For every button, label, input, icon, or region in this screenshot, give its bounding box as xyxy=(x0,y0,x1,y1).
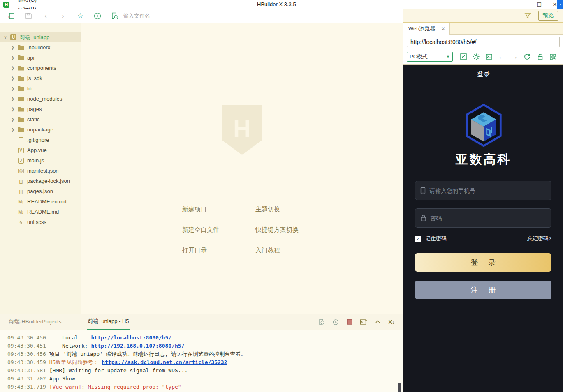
restart-icon[interactable] xyxy=(332,318,339,325)
console-text: 09:43:31.702 xyxy=(7,376,46,382)
preview-tab-button[interactable]: 预览 xyxy=(538,11,558,21)
quick-link-new-blank-file[interactable]: 新建空白文件 xyxy=(182,226,255,234)
new-file-button[interactable] xyxy=(5,10,17,22)
close-button[interactable]: ✕ xyxy=(552,1,557,8)
phone-input[interactable] xyxy=(429,187,536,194)
phone-input-box[interactable] xyxy=(415,181,551,200)
tree-item-folder-node-modules[interactable]: ❯node_modules xyxy=(0,94,81,104)
quick-link-shortcut-scheme-switch[interactable]: 快捷键方案切换 xyxy=(255,226,299,234)
login-button[interactable]: 登 录 xyxy=(415,253,551,272)
run-button[interactable] xyxy=(91,10,104,22)
tree-item-folder-components[interactable]: ❯components xyxy=(0,63,81,73)
md-icon: M↓ xyxy=(17,209,24,215)
tree-item-folder-pages[interactable]: ❯pages xyxy=(0,104,81,114)
device-mode-select[interactable]: PC模式 ▼ xyxy=(407,52,453,62)
save-button[interactable] xyxy=(22,10,35,22)
password-input[interactable] xyxy=(430,215,537,221)
maximize-button[interactable]: ☐ xyxy=(537,1,542,8)
tree-item-project-root[interactable]: ∨U前端_uniapp xyxy=(0,32,81,42)
minimize-button[interactable]: – xyxy=(523,1,526,8)
url-input[interactable] xyxy=(407,37,560,47)
tree-item-file-manifest-json[interactable]: [◎]manifest.json xyxy=(0,166,81,176)
tree-item-folder-static[interactable]: ❯static xyxy=(0,114,81,125)
clear-console-icon[interactable] xyxy=(318,318,325,325)
back-button[interactable]: ‹ xyxy=(39,10,52,22)
chevron-right-icon[interactable]: ❯ xyxy=(11,45,15,50)
console-link[interactable]: http://localhost:8080/h5/ xyxy=(91,334,172,341)
tree-item-file-package-lock-json[interactable]: [ ]package-lock.json xyxy=(0,176,81,186)
tree-item-label: 前端_uniapp xyxy=(20,34,49,41)
chevron-right-icon[interactable]: ❯ xyxy=(11,127,15,132)
file-search-input[interactable] xyxy=(123,13,218,19)
chevron-down-icon[interactable]: ∨ xyxy=(3,35,7,39)
console-scrollbar[interactable] xyxy=(398,383,401,392)
nav-forward-icon[interactable]: → xyxy=(510,52,519,61)
tree-item-folder-unpackage[interactable]: ❯unpackage xyxy=(0,125,81,135)
tree-item-file-gitignore[interactable]: .gitignore xyxy=(0,135,81,145)
file-search-icon[interactable] xyxy=(109,10,121,22)
tree-item-label: lib xyxy=(27,85,32,92)
tree-item-folder-api[interactable]: ❯api xyxy=(0,53,81,63)
chevron-right-icon[interactable]: ❯ xyxy=(11,55,15,60)
chevron-right-icon[interactable]: ❯ xyxy=(11,76,15,81)
console-line: 09:43:31.719 [Vue warn]: Missing require… xyxy=(7,383,403,391)
stop-icon[interactable] xyxy=(346,318,353,325)
terminal-tab-qianduan-uniapp-h5[interactable]: 前端_uniapp - H5 xyxy=(87,314,130,330)
console-text: 09:43:30.451 xyxy=(7,343,46,349)
remember-checkbox[interactable]: ✓ xyxy=(415,236,421,242)
tab-web-browser[interactable]: Web浏览器 ✕ xyxy=(403,23,450,35)
tree-item-folder-js-sdk[interactable]: ❯js_sdk xyxy=(0,73,81,83)
tree-item-label: main.js xyxy=(27,157,44,164)
tree-item-file-pages-json[interactable]: [ ]pages.json xyxy=(0,186,81,196)
nav-back-icon[interactable]: ← xyxy=(497,52,506,61)
overlay-app-icon[interactable]: ◔ xyxy=(557,0,563,9)
lock-icon[interactable] xyxy=(535,52,544,61)
filter-funnel-icon[interactable] xyxy=(524,12,531,19)
collapse-panel-icon[interactable] xyxy=(374,318,381,325)
json-icon: [ ] xyxy=(17,178,24,184)
qr-code-icon[interactable] xyxy=(548,52,557,61)
folder-icon xyxy=(17,116,24,123)
browser-controls-row: PC模式 ▼ ← → xyxy=(403,49,563,64)
password-input-box[interactable] xyxy=(415,208,551,228)
register-button[interactable]: 注 册 xyxy=(415,281,551,299)
tree-item-folder-hbuilderx[interactable]: ❯.hbuilderx xyxy=(0,42,81,53)
quick-link-getting-started[interactable]: 入门教程 xyxy=(255,247,299,254)
favorite-star-icon[interactable]: ☆ xyxy=(74,10,86,22)
forward-button[interactable]: › xyxy=(57,10,69,22)
svg-text:H: H xyxy=(233,115,250,142)
chevron-right-icon[interactable]: ❯ xyxy=(11,107,15,111)
chevron-right-icon[interactable]: ❯ xyxy=(11,66,15,70)
tree-item-file-main-js[interactable]: Jmain.js xyxy=(0,155,81,166)
open-in-window-icon[interactable] xyxy=(459,52,468,61)
console-line: 09:43:30.456 项目 '前端_uniapp' 编译成功。前端运行日志,… xyxy=(7,350,403,358)
chevron-right-icon[interactable]: ❯ xyxy=(11,97,15,101)
quick-link-open-directory[interactable]: 打开目录 xyxy=(182,247,255,254)
tab-close-icon[interactable]: ✕ xyxy=(441,26,445,32)
terminal-tab-terminal-hbuilderprojects[interactable]: 终端-HBuilderProjects xyxy=(8,314,62,329)
forgot-password-link[interactable]: 忘记密码? xyxy=(527,235,551,242)
window-controls: – ☐ ✕ xyxy=(523,0,557,9)
quick-link-theme-switch[interactable]: 主题切换 xyxy=(255,205,299,213)
new-terminal-icon[interactable] xyxy=(360,318,367,325)
refresh-icon[interactable] xyxy=(523,52,532,61)
tree-item-file-app-vue[interactable]: VApp.vue xyxy=(0,145,81,155)
console-icon[interactable] xyxy=(484,52,493,61)
console-text: 09:43:31.581 xyxy=(7,367,46,374)
console-link[interactable]: http://192.168.0.107:8080/h5/ xyxy=(91,343,185,349)
tree-item-file-readme-en-md[interactable]: M↓README.en.md xyxy=(0,196,81,207)
chevron-right-icon[interactable]: ❯ xyxy=(11,117,15,122)
tree-item-file-readme-md[interactable]: M↓README.md xyxy=(0,207,81,217)
close-terminal-icon[interactable]: X↓ xyxy=(388,318,395,325)
chevron-right-icon[interactable]: ❯ xyxy=(11,86,15,91)
settings-gear-icon[interactable] xyxy=(472,52,481,61)
tree-item-file-uni-scss[interactable]: §uni.scss xyxy=(0,217,81,227)
quick-link-new-project[interactable]: 新建项目 xyxy=(182,205,255,213)
folder-icon xyxy=(17,75,24,82)
title-bar: H 文件(F)编辑(E)选择(S)查找(I)跳转(G)运行(R)发行(U)视图(… xyxy=(0,0,563,9)
menu-item-goto[interactable]: 跳转(G) xyxy=(14,0,41,5)
console-link[interactable]: https://ask.dcloud.net.cn/article/35232 xyxy=(102,359,227,365)
tree-item-folder-lib[interactable]: ❯lib xyxy=(0,83,81,94)
web-browser-panel: Web浏览器 ✕ PC模式 ▼ ← → xyxy=(403,23,563,392)
hbuilderx-window: H 文件(F)编辑(E)选择(S)查找(I)跳转(G)运行(R)发行(U)视图(… xyxy=(0,0,563,392)
